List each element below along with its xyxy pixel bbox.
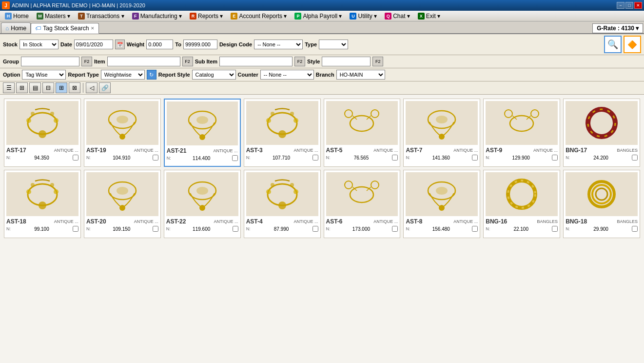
menu-utility-label: Utility ▾ bbox=[358, 13, 377, 20]
product-checkbox[interactable] bbox=[552, 155, 558, 161]
toolbar-back-button[interactable]: ◁ bbox=[86, 82, 98, 93]
menu-utility[interactable]: U Utility ▾ bbox=[346, 11, 381, 21]
product-card-ast-19[interactable]: AST-19 ANTIQUE ... N: 104.910 bbox=[84, 99, 161, 167]
product-checkbox[interactable] bbox=[153, 226, 158, 232]
product-card-ast-18[interactable]: AST-18 ANTIQUE ... N: 99.100 bbox=[4, 170, 81, 238]
reports-menu-icon: R bbox=[190, 13, 196, 20]
product-card-ast-22[interactable]: AST-22 ANTIQUE ... N: 119.600 bbox=[164, 170, 241, 238]
product-checkbox[interactable] bbox=[312, 155, 318, 161]
product-card-ast-3[interactable]: AST-3 ANTIQUE ... N: 107.710 bbox=[244, 99, 321, 167]
sub-item-input[interactable] bbox=[219, 57, 293, 66]
item-input[interactable] bbox=[107, 57, 180, 66]
product-card-ast-5[interactable]: AST-5 ANTIQUE ... N: 76.565 bbox=[324, 99, 401, 167]
payroll-menu-icon: P bbox=[294, 13, 301, 20]
date-input[interactable] bbox=[74, 40, 113, 49]
product-checkbox[interactable] bbox=[153, 155, 158, 161]
group-f2-button[interactable]: F2 bbox=[81, 57, 92, 66]
style-f2-button[interactable]: F2 bbox=[372, 57, 383, 66]
product-checkbox[interactable] bbox=[392, 226, 398, 232]
refresh-button[interactable]: ↻ bbox=[147, 70, 156, 80]
product-card-ast-7[interactable]: AST-7 ANTIQUE ... N: 141.360 bbox=[403, 99, 480, 167]
report-style-select[interactable]: Catalog bbox=[192, 70, 236, 80]
product-name: ANTIQUE ... bbox=[533, 148, 558, 153]
branch-select[interactable]: HO-MAIN bbox=[336, 70, 385, 80]
toolbar-btn-4[interactable]: ⊟ bbox=[42, 82, 54, 93]
product-code: BNG-17 bbox=[566, 147, 587, 154]
svg-point-25 bbox=[436, 116, 448, 123]
menu-masters-label: Masters ▾ bbox=[45, 13, 70, 20]
option-select[interactable]: Tag Wise bbox=[22, 70, 66, 80]
counter-select[interactable]: -- None -- bbox=[260, 70, 314, 80]
product-checkbox[interactable] bbox=[233, 226, 238, 232]
toolbar-btn-3[interactable]: ▤ bbox=[29, 82, 41, 93]
product-checkbox[interactable] bbox=[632, 155, 638, 161]
product-card-ast-8[interactable]: AST-8 ANTIQUE ... N: 156.480 bbox=[403, 170, 480, 238]
product-checkbox[interactable] bbox=[472, 155, 478, 161]
stock-select[interactable]: In Stock bbox=[20, 40, 59, 49]
menu-masters[interactable]: M Masters ▾ bbox=[33, 11, 74, 21]
svg-point-10 bbox=[199, 134, 205, 140]
product-card-bng-18[interactable]: BNG-18 BANGLES N: 29.900 bbox=[563, 170, 640, 238]
product-card-ast-6[interactable]: AST-6 ANTIQUE ... N: 173.000 bbox=[324, 170, 401, 238]
product-info-ast-21: AST-21 ANTIQUE ... N: 114.400 bbox=[167, 147, 238, 161]
type-label: Type bbox=[305, 41, 317, 47]
product-image-ast-9 bbox=[486, 101, 558, 145]
product-checkbox[interactable] bbox=[232, 155, 238, 161]
menu-exit[interactable]: X Exit ▾ bbox=[414, 11, 444, 21]
product-checkbox[interactable] bbox=[632, 226, 638, 232]
tab-close-button[interactable]: ✕ bbox=[91, 26, 95, 31]
style-input[interactable] bbox=[322, 57, 371, 66]
menu-reports[interactable]: R Reports ▾ bbox=[186, 11, 227, 21]
product-card-ast-17[interactable]: AST-17 ANTIQUE ... N: 94.350 bbox=[4, 99, 81, 167]
toolbar-separator-1 bbox=[83, 83, 83, 93]
minimize-button[interactable]: − bbox=[617, 2, 624, 9]
product-checkbox[interactable] bbox=[552, 226, 558, 232]
g-rate-dropdown-icon[interactable]: ▾ bbox=[636, 25, 639, 32]
sub-item-f2-button[interactable]: F2 bbox=[294, 57, 305, 66]
menu-account-reports[interactable]: E Account Reports ▾ bbox=[227, 11, 291, 21]
product-card-bng-17[interactable]: BNG-17 BANGLES N: 24.200 bbox=[563, 99, 640, 167]
price-n-label: N: bbox=[246, 226, 251, 231]
product-card-ast-21[interactable]: AST-21 ANTIQUE ... N: 114.400 bbox=[164, 99, 241, 167]
product-checkbox[interactable] bbox=[73, 226, 78, 232]
menu-transactions[interactable]: T Transactions ▾ bbox=[74, 11, 128, 21]
menu-home[interactable]: H Home bbox=[1, 11, 33, 21]
type-select[interactable] bbox=[319, 40, 348, 49]
product-checkbox[interactable] bbox=[472, 226, 478, 232]
product-info-ast-3: AST-3 ANTIQUE ... N: 107.710 bbox=[246, 147, 318, 161]
close-button[interactable]: ✕ bbox=[634, 2, 642, 9]
item-f2-button[interactable]: F2 bbox=[182, 57, 193, 66]
report-type-select[interactable]: Weightwise bbox=[101, 70, 145, 80]
toolbar: ☰ ⊞ ▤ ⊟ ⊞ ⊠ ◁ 🔗 bbox=[0, 81, 644, 95]
weight-to-input[interactable] bbox=[183, 40, 217, 49]
product-card-bng-16[interactable]: BNG-16 BANGLES N: 22.100 bbox=[483, 170, 560, 238]
menu-manufacturing[interactable]: F Manufacturing ▾ bbox=[128, 11, 186, 21]
toolbar-btn-1[interactable]: ☰ bbox=[3, 82, 15, 93]
tab-tag-stock-label: Tag Stock Search bbox=[43, 25, 89, 32]
product-checkbox[interactable] bbox=[312, 226, 318, 232]
toolbar-btn-6[interactable]: ⊠ bbox=[69, 82, 80, 93]
toolbar-link-button[interactable]: 🔗 bbox=[99, 82, 111, 93]
product-card-ast-9[interactable]: AST-9 ANTIQUE ... N: 129.900 bbox=[483, 99, 560, 167]
maximize-button[interactable]: □ bbox=[625, 2, 633, 9]
weight-from-input[interactable] bbox=[146, 40, 173, 49]
menu-payroll[interactable]: P Alpha Payroll ▾ bbox=[291, 11, 346, 21]
svg-point-63 bbox=[596, 188, 607, 200]
product-checkbox[interactable] bbox=[392, 155, 398, 161]
group-input[interactable] bbox=[21, 57, 79, 66]
calendar-button[interactable]: 📅 bbox=[115, 40, 125, 49]
product-name: ANTIQUE ... bbox=[293, 148, 318, 153]
product-card-ast-4[interactable]: AST-4 ANTIQUE ... N: 87.990 bbox=[244, 170, 321, 238]
tab-tag-stock-search[interactable]: 🏷 Tag Stock Search ✕ bbox=[31, 23, 99, 34]
toolbar-btn-2[interactable]: ⊞ bbox=[16, 82, 28, 93]
product-checkbox[interactable] bbox=[73, 155, 78, 161]
menu-chat[interactable]: Q Chat ▾ bbox=[381, 11, 414, 21]
toolbar-btn-5[interactable]: ⊞ bbox=[56, 82, 67, 93]
filter-button[interactable]: 🔶 bbox=[624, 36, 641, 53]
svg-point-26 bbox=[510, 116, 533, 131]
tab-home[interactable]: ⌂ Home bbox=[1, 22, 31, 33]
design-code-select[interactable]: -- None -- bbox=[254, 40, 303, 49]
search-button[interactable]: 🔍 bbox=[604, 36, 622, 53]
svg-point-7 bbox=[119, 134, 125, 140]
product-card-ast-20[interactable]: AST-20 ANTIQUE ... N: 109.150 bbox=[84, 170, 161, 238]
